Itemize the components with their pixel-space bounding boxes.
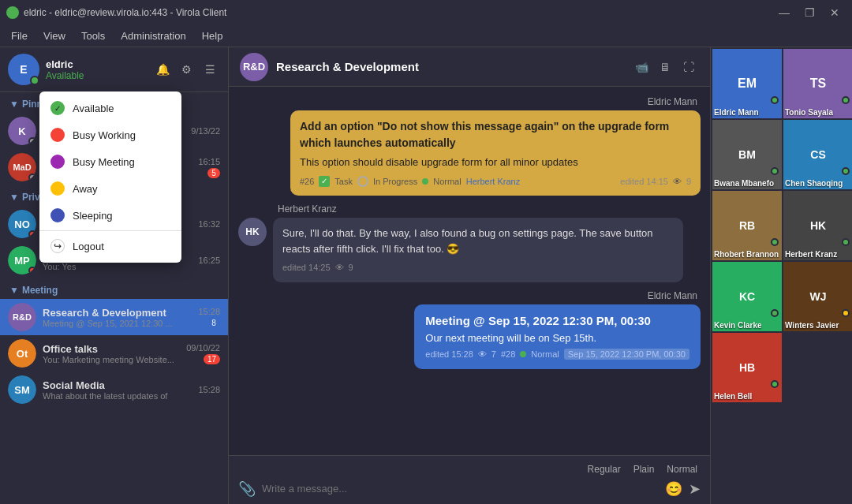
panel-member-chen[interactable]: CS Chen Shaoqing	[783, 120, 852, 189]
status-busy-working-item[interactable]: Busy Working	[39, 121, 181, 148]
office-info: Office talks You: Marketing meeting Webs…	[43, 343, 180, 364]
status-available-label: Available	[73, 103, 114, 114]
status-logout-item[interactable]: ↪ Logout	[39, 233, 181, 259]
meeting-meta: edited 15:28 👁 7 #28 Normal Sep 15, 2022…	[425, 349, 689, 360]
menu-file[interactable]: File	[3, 28, 36, 43]
msg-2-body: Sure, I'll do that. By the way, I also f…	[282, 226, 674, 256]
kevin-avatar: K	[8, 117, 36, 145]
user-avatar-container: E	[8, 54, 39, 85]
emoji-icon[interactable]: 😊	[665, 480, 682, 498]
message-input[interactable]	[262, 480, 659, 498]
status-busy-meeting-item[interactable]: Busy Meeting	[39, 148, 181, 175]
msg-3-bubble: Meeting @ Sep 15, 2022 12:30 PM, 00:30 O…	[414, 304, 701, 369]
msg-3-tag-priority: Normal	[531, 349, 559, 359]
status-dropdown: ✓ Available Busy Working Busy Meeting Aw…	[39, 91, 181, 263]
panel-member-kevin-c[interactable]: KC Kevin Clarke	[712, 262, 782, 331]
panel-member-helen[interactable]: HB Helen Bell	[712, 333, 782, 402]
kevin-c-panel-status	[771, 309, 779, 317]
panel-member-rhobert[interactable]: RB Rhobert Brannon	[712, 191, 782, 260]
user-status-label[interactable]: Available	[46, 70, 146, 81]
meeting-desc: Our next meeting will be on Sep 15th.	[425, 332, 689, 344]
sidebar-item-office[interactable]: Ot Office talks You: Marketing meeting W…	[0, 335, 228, 371]
nancy-meta: 16:32	[198, 219, 220, 229]
send-icon[interactable]: ➤	[689, 480, 701, 498]
status-sleeping-item[interactable]: Sleeping	[39, 202, 181, 229]
status-away-item[interactable]: Away	[39, 175, 181, 202]
chat-area: R&D Research & Development 📹 🖥 ⛶ Eldric …	[229, 47, 710, 504]
menu-view[interactable]: View	[36, 28, 73, 43]
attach-icon[interactable]: 📎	[238, 480, 256, 498]
titlebar-controls[interactable]: — ❐ ✕	[773, 2, 846, 24]
rd-avatar: R&D	[8, 303, 36, 331]
user-status-dot	[30, 76, 39, 85]
rd-avatar-img: R&D	[8, 303, 36, 331]
kevin-status	[28, 137, 36, 145]
herbert-panel-status	[842, 238, 850, 246]
settings-icon[interactable]: ⚙	[176, 59, 196, 80]
status-available-item[interactable]: ✓ Available	[39, 95, 181, 121]
winters-panel-status	[842, 309, 850, 317]
panel-member-herbert[interactable]: HK Herbert Kranz	[783, 191, 852, 260]
screen-share-icon[interactable]: 🖥	[655, 57, 675, 77]
msg-3-tag-number: #28	[501, 349, 515, 359]
section-meeting-label: Meeting	[22, 285, 58, 296]
chen-panel-name: Chen Shaoqing	[785, 179, 851, 188]
meeting-title: Meeting @ Sep 15, 2022 12:30 PM, 00:30	[425, 314, 689, 327]
busy-working-icon	[50, 128, 65, 142]
margaret-time: 16:25	[198, 256, 220, 265]
status-sleeping-label: Sleeping	[73, 210, 113, 222]
menubar: File View Tools Administration Help	[0, 25, 852, 47]
sidebar-item-social[interactable]: SM Social Media What about the latest up…	[0, 371, 228, 408]
sidebar-item-rd[interactable]: R&D Research & Development Meeting @ Sep…	[0, 299, 228, 335]
panel-member-eldric[interactable]: EM Eldric Mann	[712, 49, 782, 118]
mad-status	[28, 174, 36, 181]
notification-icon[interactable]: 🔔	[152, 59, 173, 80]
social-preview: What about the latest updates of	[43, 391, 192, 401]
menu-help[interactable]: Help	[194, 28, 231, 43]
chat-input-area: Regular Plain Normal 📎 😊 ➤	[229, 455, 710, 504]
maximize-button[interactable]: ❐	[798, 2, 820, 24]
toolbar-normal-btn[interactable]: Normal	[663, 462, 701, 476]
minimize-button[interactable]: —	[773, 2, 795, 24]
msg-3-sender: Eldric Mann	[648, 290, 701, 301]
titlebar-title: eldric - eldric@review.virola.io:443 - V…	[24, 7, 226, 18]
chen-panel-status	[842, 167, 850, 175]
nancy-avatar: NO	[8, 210, 36, 238]
margaret-preview: You: Yes	[43, 262, 192, 271]
toolbar-plain-btn[interactable]: Plain	[630, 462, 658, 476]
social-time: 15:28	[198, 385, 220, 394]
eye-icon-3: 👁	[478, 349, 487, 359]
sidebar-header-actions: 🔔 ⚙ ☰	[152, 59, 220, 80]
rd-info: Research & Development Meeting @ Sep 15,…	[43, 307, 192, 328]
expand-icon[interactable]: ⛶	[678, 57, 699, 77]
titlebar: eldric - eldric@review.virola.io:443 - V…	[0, 0, 852, 25]
menu-administration[interactable]: Administration	[113, 28, 193, 43]
panel-member-winters[interactable]: WJ Winters Javier	[783, 262, 852, 331]
menu-icon[interactable]: ☰	[200, 59, 220, 80]
social-meta: 15:28	[198, 385, 220, 394]
eldric-panel-status	[771, 96, 779, 104]
office-meta: 09/10/22 17	[186, 343, 220, 364]
toolbar-regular-btn[interactable]: Regular	[585, 462, 624, 476]
video-call-icon[interactable]: 📹	[631, 57, 652, 77]
menu-tools[interactable]: Tools	[73, 28, 113, 43]
social-avatar-img: SM	[8, 375, 36, 404]
msg-1-body: This option should disable upgrade form …	[300, 155, 691, 170]
msg-2-views: 9	[349, 261, 353, 274]
msg-1-tag-type: Task	[334, 175, 353, 189]
close-button[interactable]: ✕	[824, 2, 846, 24]
kevin-c-panel-name: Kevin Clarke	[714, 321, 780, 330]
kevin-meta: 9/13/22	[191, 126, 220, 136]
section-pinned-arrow: ▼	[9, 99, 19, 110]
members-grid: EM Eldric Mann TS Tonio Sayala BM Bwana …	[711, 47, 852, 404]
section-meeting[interactable]: ▼ Meeting	[0, 278, 228, 299]
rhobert-panel-status	[771, 238, 779, 246]
main-layout: E eldric Available 🔔 ⚙ ☰ ✓ Available	[0, 47, 852, 504]
progress-icon	[357, 176, 368, 187]
office-time: 09/10/22	[186, 343, 220, 353]
panel-member-bwana[interactable]: BM Bwana Mbanefo	[712, 120, 782, 189]
msg-2-sender: Herbert Kranz	[238, 203, 701, 215]
msg-1-tag-user[interactable]: Herbert Kranz	[466, 175, 520, 189]
msg-1-tag-status: In Progress	[373, 175, 417, 189]
panel-member-tonio[interactable]: TS Tonio Sayala	[783, 49, 852, 118]
